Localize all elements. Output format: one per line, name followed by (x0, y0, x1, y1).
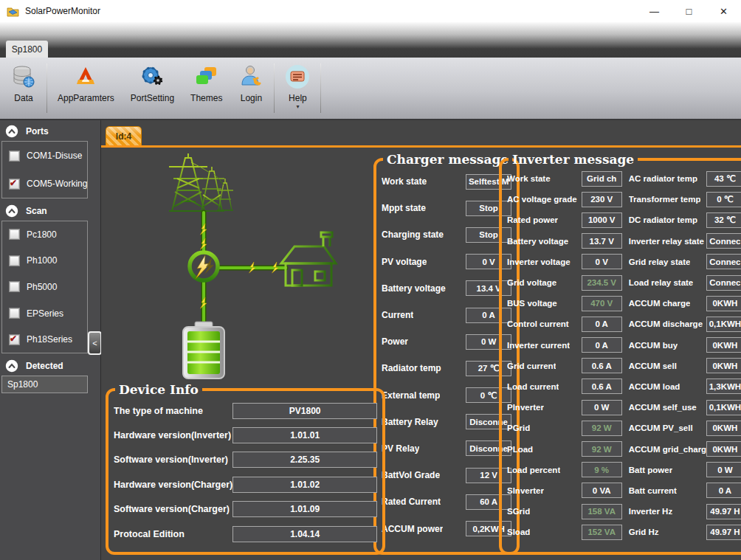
field-row: Grid Hz 49.97 H (628, 522, 741, 542)
field-row: SGrid 158 VA (506, 501, 623, 522)
field-label: Transformer temp (629, 195, 701, 204)
themes-button[interactable]: Themes (182, 58, 230, 119)
section-title: Ports (26, 126, 49, 136)
field-row: Inverter voltage 0 V (506, 252, 623, 272)
field-value: Connec (706, 275, 741, 291)
field-value: Connec (706, 233, 741, 249)
field-label: ACCUM charge (629, 299, 691, 308)
detected-device-item[interactable]: Sp1800 (1, 376, 88, 393)
inverter-panel-title: Inverter message (509, 152, 638, 167)
field-value: 234.5 V (582, 275, 622, 291)
scan-checkbox-row[interactable]: Ph1000 (2, 248, 87, 274)
field-row: DC radiator temp 32 ℃ (628, 210, 741, 230)
sidebar-section-detected[interactable]: Detected (0, 355, 100, 374)
field-row: AC voltage grade 230 V (506, 189, 623, 210)
field-label: ACCUM buy (629, 341, 678, 350)
ribbon-toolbar: Data AppParamters PortSetting Themes (0, 58, 741, 120)
field-row: Battery voltage 13.4 V (381, 275, 512, 302)
field-row: Power 0 W (381, 328, 512, 355)
sidebar: Ports COM1-Disuse COM5-Working Scan Pc18… (0, 120, 101, 560)
device-tab-id4[interactable]: Id:4 (106, 126, 142, 147)
port-checkbox-row[interactable]: COM1-Disuse (2, 142, 87, 170)
field-label: Work state (382, 176, 427, 187)
sidebar-section-scan[interactable]: Scan (0, 200, 100, 219)
field-value: 0 A (582, 317, 622, 332)
field-row: Grid current 0.6 A (506, 356, 623, 376)
field-row: Load current 0.6 A (506, 376, 623, 397)
checkbox-icon[interactable] (9, 229, 20, 240)
field-label: Battery voltage (507, 237, 568, 246)
scan-checkbox-row[interactable]: Ph18Series (2, 326, 87, 353)
field-value: 1.01.02 (232, 477, 377, 493)
checkbox-icon[interactable] (9, 151, 20, 162)
field-value: 152 VA (582, 525, 622, 540)
field-label: Grid Hz (629, 528, 659, 536)
field-label: BUS voltage (507, 299, 557, 308)
login-button[interactable]: Login (230, 58, 272, 119)
checkbox-label: EPSeries (27, 308, 63, 319)
ribbon-tab-sp1800[interactable]: Sp1800 (6, 41, 48, 58)
section-title: Detected (26, 361, 63, 371)
field-label: Inverter Hz (629, 507, 672, 516)
checkbox-icon[interactable] (9, 179, 20, 190)
field-label: ACCUM sell (629, 362, 677, 370)
field-row: Batt power 0 W (628, 460, 741, 480)
port-setting-button[interactable]: PortSetting (123, 58, 182, 119)
field-row: ACCUM charge 0KWH (628, 293, 741, 314)
field-value: 1.04.14 (232, 526, 377, 542)
device-info-rows: The type of machine PV1800 Hardware vers… (113, 398, 378, 546)
field-row: Hardware version(Inverter) 1.01.01 (113, 423, 378, 447)
database-icon (11, 64, 36, 89)
checkbox-icon[interactable] (9, 255, 20, 266)
field-label: Mppt state (382, 203, 426, 213)
scan-checkbox-row[interactable]: Pc1800 (2, 221, 87, 248)
power-flow-diagram (101, 148, 374, 384)
field-label: Grid voltage (507, 278, 556, 287)
window-controls: — □ ✕ (637, 0, 741, 22)
field-value: Grid ch (582, 171, 622, 187)
gear-icon (139, 64, 165, 89)
maximize-button[interactable]: □ (672, 0, 706, 22)
scan-checkbox-row[interactable]: Ph5000 (2, 274, 87, 300)
field-row: AC radiator temp 43 ℃ (628, 168, 741, 189)
field-label: Rated power (507, 215, 558, 224)
checkbox-icon[interactable] (9, 281, 20, 292)
field-value: 0 A (706, 483, 741, 498)
field-label: Radiator temp (382, 363, 441, 373)
field-row: PInverter 0 W (506, 397, 623, 418)
field-row: ACCUM discharge 0,1KWH (628, 314, 741, 334)
section-title: Scan (26, 206, 47, 216)
field-label: PV voltage (382, 257, 427, 267)
field-label: Hardware version(Charger) (114, 480, 232, 490)
field-row: ACCUM grid_charge 0KWH (628, 438, 741, 459)
sidebar-section-ports[interactable]: Ports (0, 120, 100, 139)
help-button[interactable]: Help ▾ (277, 58, 318, 119)
field-row: Control current 0 A (506, 314, 623, 334)
checkbox-icon[interactable] (9, 308, 20, 319)
field-value: 0KWH (706, 296, 741, 311)
field-value: 470 V (582, 296, 622, 311)
login-label: Login (241, 93, 262, 103)
field-label: Inverter current (507, 341, 570, 350)
field-row: Load relay state Connec (628, 272, 741, 293)
data-button-label: Data (14, 93, 32, 103)
app-parameters-button[interactable]: AppParamters (49, 58, 123, 119)
checkbox-icon[interactable] (9, 334, 20, 345)
field-value: 32 ℃ (706, 212, 741, 228)
field-label: Software version(Charger) (114, 504, 230, 514)
scan-checkbox-row[interactable]: EPSeries (2, 300, 87, 327)
field-row: Protocal Edition 1.04.14 (113, 522, 378, 546)
field-value: 0.6 A (582, 378, 622, 394)
field-row: Load percent 9 % (506, 460, 623, 480)
port-checkbox-row[interactable]: COM5-Working (2, 170, 87, 198)
field-row: PV voltage 0 V (381, 249, 512, 275)
close-button[interactable]: ✕ (706, 0, 741, 22)
ribbon-separator (320, 63, 321, 113)
field-row: PGrid 92 W (506, 418, 623, 438)
field-label: Load current (507, 382, 559, 391)
field-value: 1000 V (582, 212, 622, 228)
data-button[interactable]: Data (3, 58, 44, 119)
minimize-button[interactable]: — (637, 0, 672, 22)
field-label: Protocal Edition (114, 529, 185, 539)
sidebar-collapse-button[interactable]: < (88, 331, 102, 355)
